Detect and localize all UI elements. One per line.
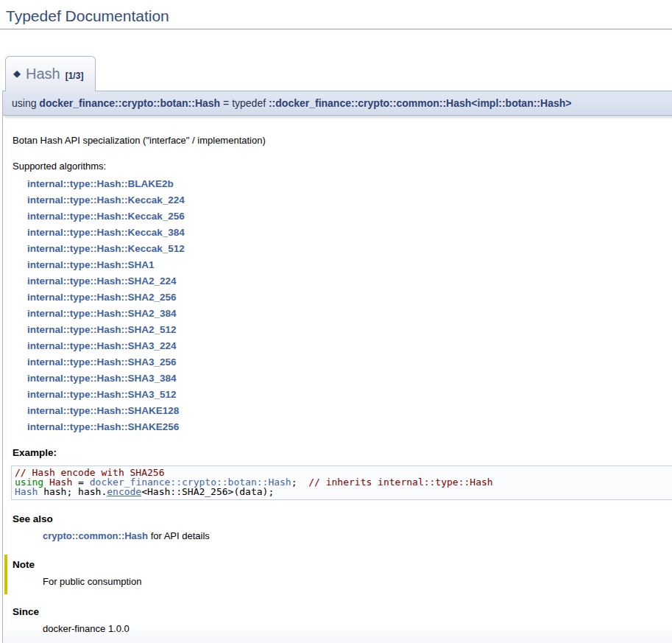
supported-algorithms-label: Supported algorithms: (13, 161, 667, 172)
algorithm-link-keccak384[interactable]: internal::type::Hash::Keccak_384 (27, 225, 667, 241)
algorithm-link-shake128[interactable]: internal::type::Hash::SHAKE128 (27, 403, 667, 419)
code-link-encode[interactable]: encode (107, 486, 141, 497)
code-link-hash-type[interactable]: Hash (15, 486, 38, 497)
see-also-section: See also crypto::common::Hash for API de… (13, 513, 667, 541)
algorithm-link-sha3-256[interactable]: internal::type::Hash::SHA3_256 (27, 354, 667, 370)
since-text: docker-finance 1.0.0 (43, 623, 667, 634)
code-line-encode: Hash hash; hash.encode<Hash::SHA2_256>(d… (15, 488, 672, 497)
code-hash-decl: hash; hash. (38, 486, 107, 497)
note-label: Note (13, 559, 667, 570)
code-comment-inherits: // inherits internal::type::Hash (308, 477, 492, 488)
code-example-block: // Hash encode with SHA256using Hash = d… (11, 465, 672, 500)
algorithm-link-blake2b[interactable]: internal::type::Hash::BLAKE2b (27, 176, 667, 192)
proto-equals-typedef: = typedef (220, 97, 269, 109)
proto-typedef-target: ::docker_finance::crypto::common::Hash<i… (269, 97, 571, 109)
algorithm-link-sha3-384[interactable]: internal::type::Hash::SHA3_384 (27, 370, 667, 387)
member-item: using docker_finance::crypto::botan::Has… (2, 91, 672, 643)
algorithm-link-sha3-224[interactable]: internal::type::Hash::SHA3_224 (27, 338, 667, 354)
note-text: For public consumption (43, 576, 667, 587)
page-title: Typedef Documentation (0, 7, 672, 29)
member-tab-title: Hash (26, 66, 60, 82)
see-also-link[interactable]: crypto::common::Hash (43, 530, 148, 541)
algorithm-link-list: internal::type::Hash::BLAKE2b internal::… (13, 176, 667, 435)
brief-description: Botan Hash API specialization ("interfac… (13, 135, 667, 146)
see-also-suffix: for API details (148, 530, 210, 541)
algorithm-link-sha3-512[interactable]: internal::type::Hash::SHA3_512 (27, 387, 667, 403)
algorithm-link-sha2-384[interactable]: internal::type::Hash::SHA2_384 (27, 306, 667, 322)
member-documentation: Botan Hash API specialization ("interfac… (2, 116, 672, 643)
anchor-diamond-icon[interactable]: ◆ (13, 68, 21, 79)
algorithm-link-sha2-512[interactable]: internal::type::Hash::SHA2_512 (27, 322, 667, 338)
member-overload-badge: [1/3] (66, 71, 84, 81)
code-template-args: <Hash::SHA2_256>(data); (141, 486, 274, 497)
proto-typedef-name: docker_finance::crypto::botan::Hash (39, 97, 220, 109)
typedef-prototype: using docker_finance::crypto::botan::Has… (2, 91, 672, 116)
algorithm-link-sha1[interactable]: internal::type::Hash::SHA1 (27, 257, 667, 273)
member-tab: ◆Hash[1/3] (5, 56, 96, 91)
algorithm-link-keccak256[interactable]: internal::type::Hash::Keccak_256 (27, 208, 667, 225)
algorithm-link-sha2-224[interactable]: internal::type::Hash::SHA2_224 (27, 273, 667, 289)
algorithm-link-keccak512[interactable]: internal::type::Hash::Keccak_512 (27, 241, 667, 257)
code-semicolon: ; (291, 477, 308, 488)
since-section: Since docker-finance 1.0.0 (13, 606, 667, 634)
see-also-label: See also (13, 513, 667, 524)
since-label: Since (13, 606, 667, 617)
algorithm-link-shake256[interactable]: internal::type::Hash::SHAKE256 (27, 419, 667, 435)
see-also-content: crypto::common::Hash for API details (43, 530, 667, 541)
example-label: Example: (13, 447, 667, 458)
proto-using-keyword: using (12, 97, 39, 109)
algorithm-link-keccak224[interactable]: internal::type::Hash::Keccak_224 (27, 192, 667, 208)
note-section: Note For public consumption (4, 555, 667, 594)
algorithm-link-sha2-256[interactable]: internal::type::Hash::SHA2_256 (27, 289, 667, 306)
